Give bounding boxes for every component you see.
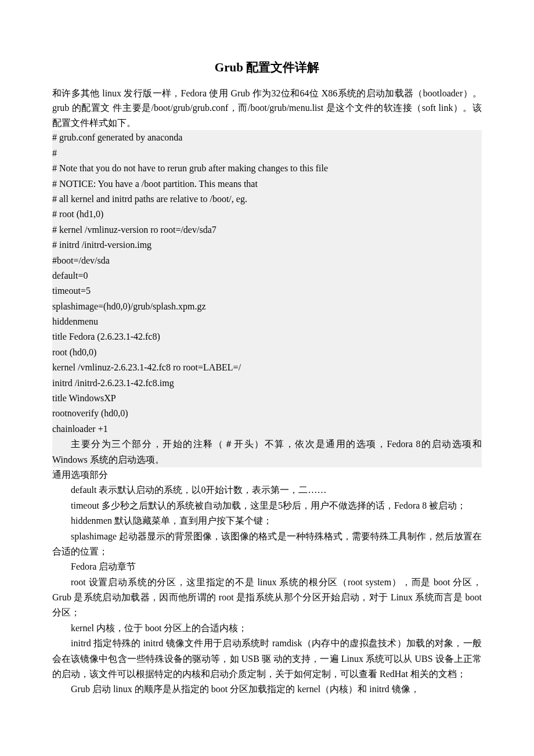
- initrd-explain: initrd 指定特殊的 initrd 镜像文件用于启动系统时 ramdisk（…: [52, 636, 482, 682]
- summary-text: 主要分为三个部分，开始的注释（＃开头）不算，依次是通用的选项，Fedora 8的…: [52, 437, 482, 467]
- code-line: default=0: [52, 268, 482, 283]
- code-line: # all kernel and initrd paths are relati…: [52, 192, 482, 207]
- timeout-explain: timeout 多少秒之后默认的系统被自动加载，这里是5秒后，用户不做选择的话，…: [52, 498, 482, 513]
- code-line: # initrd /initrd-version.img: [52, 237, 482, 253]
- config-code-block: # grub.conf generated by anaconda # # No…: [52, 130, 482, 437]
- splashimage-explain: splashimage 起动器显示的背景图像，该图像的格式是一种特殊格式，需要特…: [52, 529, 482, 560]
- code-line: # kernel /vmlinuz-version ro root=/dev/s…: [52, 222, 482, 237]
- fedora-section-heading: Fedora 启动章节: [52, 559, 482, 574]
- document-page: Grub 配置文件详解 和许多其他 linux 发行版一样，Fedora 使用 …: [0, 0, 534, 732]
- kernel-explain: kernel 内核，位于 boot 分区上的合适内核；: [52, 621, 482, 636]
- code-line: #: [52, 146, 482, 161]
- code-line: # root (hd1,0): [52, 207, 482, 222]
- code-line: rootnoverify (hd0,0): [52, 406, 482, 421]
- code-line: title WindowsXP: [52, 391, 482, 406]
- grub-sequence-explain: Grub 启动 linux 的顺序是从指定的 boot 分区加载指定的 kern…: [52, 682, 482, 697]
- code-line: timeout=5: [52, 283, 482, 298]
- code-line: chainloader +1: [52, 422, 482, 437]
- code-line: #boot=/dev/sda: [52, 253, 482, 268]
- root-explain: root 设置启动系统的分区，这里指定的不是 linux 系统的根分区（root…: [52, 575, 482, 621]
- code-line: splashimage=(hd0,0)/grub/splash.xpm.gz: [52, 299, 482, 314]
- code-line: # grub.conf generated by anaconda: [52, 130, 482, 145]
- intro-paragraph: 和许多其他 linux 发行版一样，Fedora 使用 Grub 作为32位和6…: [52, 86, 482, 131]
- document-title: Grub 配置文件详解: [52, 58, 482, 78]
- common-options-heading: 通用选项部分: [52, 467, 482, 483]
- code-line: # Note that you do not have to rerun gru…: [52, 161, 482, 176]
- default-explain: default 表示默认启动的系统，以0开始计数，表示第一，二……: [52, 483, 482, 498]
- hiddenmen-explain: hiddenmen 默认隐藏菜单，直到用户按下某个键；: [52, 513, 482, 528]
- code-line: title Fedora (2.6.23.1-42.fc8): [52, 329, 482, 344]
- code-line: hiddenmenu: [52, 314, 482, 329]
- summary-block: 主要分为三个部分，开始的注释（＃开头）不算，依次是通用的选项，Fedora 8的…: [52, 437, 482, 467]
- code-line: root (hd0,0): [52, 345, 482, 360]
- code-line: initrd /initrd-2.6.23.1-42.fc8.img: [52, 376, 482, 391]
- code-line: kernel /vmlinuz-2.6.23.1-42.fc8 ro root=…: [52, 360, 482, 375]
- code-line: # NOTICE: You have a /boot partition. Th…: [52, 177, 482, 192]
